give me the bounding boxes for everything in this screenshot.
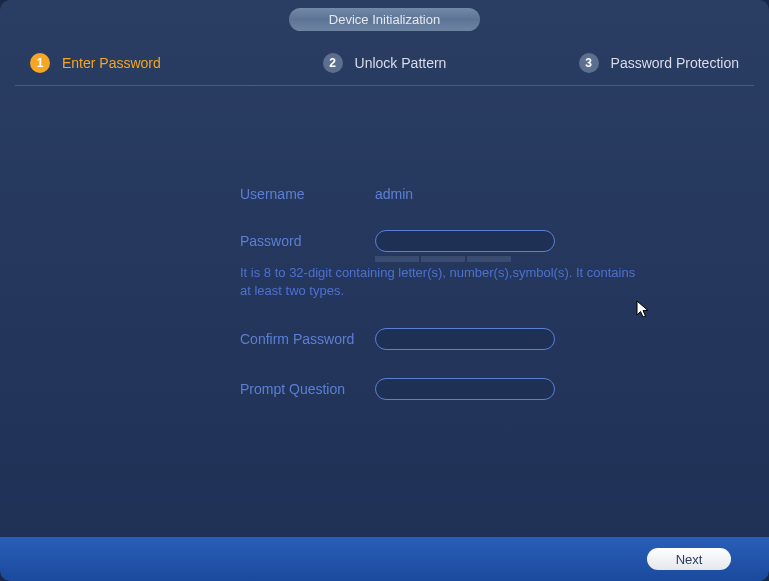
prompt-question-input[interactable]: [375, 378, 555, 400]
strength-segment: [421, 256, 465, 262]
hint-row: It is 8 to 32-digit containing letter(s)…: [240, 264, 769, 300]
password-input[interactable]: [375, 230, 555, 252]
password-label: Password: [240, 233, 375, 249]
device-init-window: Device Initialization 1 Enter Password 2…: [0, 0, 769, 581]
password-row: Password: [240, 230, 769, 252]
password-hint: It is 8 to 32-digit containing letter(s)…: [240, 264, 640, 300]
window-title: Device Initialization: [289, 8, 480, 31]
confirm-password-row: Confirm Password: [240, 328, 769, 350]
step-enter-password: 1 Enter Password: [30, 53, 266, 73]
step-label-1: Enter Password: [62, 55, 161, 71]
step-number-3: 3: [579, 53, 599, 73]
step-number-2: 2: [323, 53, 343, 73]
wizard-steps: 1 Enter Password 2 Unlock Pattern 3 Pass…: [0, 31, 769, 85]
confirm-password-label: Confirm Password: [240, 331, 375, 347]
prompt-question-label: Prompt Question: [240, 381, 375, 397]
username-label: Username: [240, 186, 375, 202]
step-unlock-pattern: 2 Unlock Pattern: [266, 53, 502, 73]
confirm-password-input[interactable]: [375, 328, 555, 350]
step-label-2: Unlock Pattern: [355, 55, 447, 71]
username-row: Username admin: [240, 186, 769, 202]
step-password-protection: 3 Password Protection: [503, 53, 739, 73]
form-area: Username admin Password It is 8 to 32-di…: [0, 86, 769, 400]
password-strength-meter: [375, 256, 511, 262]
strength-segment: [467, 256, 511, 262]
strength-segment: [375, 256, 419, 262]
title-bar: Device Initialization: [0, 0, 769, 31]
step-label-3: Password Protection: [611, 55, 739, 71]
username-value: admin: [375, 186, 413, 202]
prompt-question-row: Prompt Question: [240, 378, 769, 400]
footer-bar: Next: [0, 537, 769, 581]
step-number-1: 1: [30, 53, 50, 73]
next-button[interactable]: Next: [647, 548, 731, 570]
